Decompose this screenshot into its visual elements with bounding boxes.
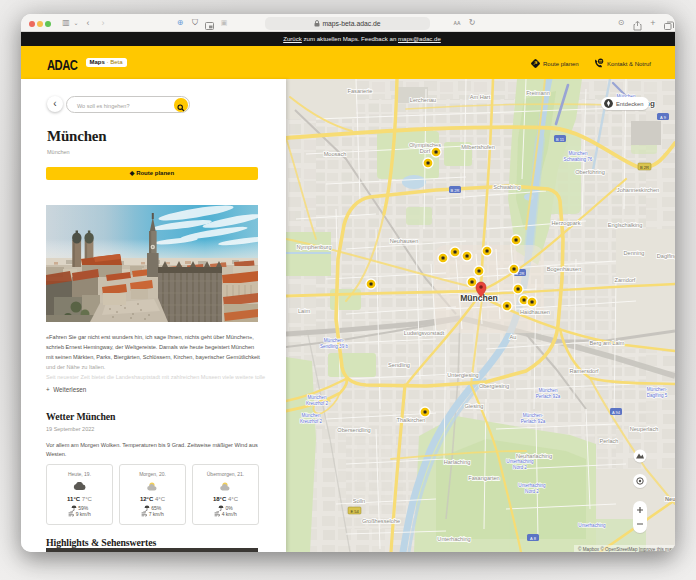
svg-text:Perlach: Perlach [600, 438, 619, 444]
svg-text:Bogenhausen: Bogenhausen [547, 266, 582, 272]
svg-text:Am Hart: Am Hart [470, 94, 491, 100]
svg-text:Fasangarten: Fasangarten [468, 475, 499, 481]
svg-text:Sendling 39 b: Sendling 39 b [320, 344, 349, 349]
svg-text:Lerchenau: Lerchenau [410, 97, 436, 103]
svg-text:Daglfing: Daglfing [657, 253, 675, 259]
svg-text:Englschalking: Englschalking [608, 222, 643, 228]
svg-text:A 8: A 8 [530, 536, 537, 541]
svg-text:Perlach 92a: Perlach 92a [536, 394, 561, 399]
svg-text:B 2R: B 2R [640, 165, 649, 170]
svg-text:Schwabing: Schwabing [493, 184, 520, 190]
svg-text:Ramersdorf: Ramersdorf [569, 368, 599, 374]
svg-text:Au: Au [510, 334, 517, 340]
svg-text:Unterhaching: Unterhaching [506, 459, 534, 464]
svg-text:München-: München- [647, 387, 668, 392]
svg-text:Unterhaching: Unterhaching [437, 536, 470, 542]
svg-text:Kreuzhof 2: Kreuzhof 2 [300, 419, 323, 424]
svg-text:Perlach 92a: Perlach 92a [521, 419, 546, 424]
svg-text:Thalkirchen: Thalkirchen [397, 417, 426, 423]
svg-text:München: München [539, 388, 558, 393]
svg-text:Laim: Laim [298, 308, 310, 314]
svg-text:Obersendling: Obersendling [337, 427, 370, 433]
svg-text:Giesing: Giesing [465, 403, 484, 409]
svg-text:Zamdorf: Zamdorf [615, 277, 636, 283]
svg-text:Denning: Denning [624, 250, 645, 256]
svg-text:Nord 2: Nord 2 [513, 465, 527, 470]
svg-text:A 9: A 9 [660, 115, 667, 120]
svg-text:Solln: Solln [353, 498, 365, 504]
svg-text:Ludwigsvorstadt: Ludwigsvorstadt [404, 330, 445, 336]
svg-text:Obergiesing: Obergiesing [479, 383, 509, 389]
svg-text:Moosach: Moosach [324, 151, 347, 157]
svg-text:Nord 2: Nord 2 [525, 489, 539, 494]
svg-text:Untergiesing: Untergiesing [447, 372, 478, 378]
svg-text:Berg am Laim: Berg am Laim [590, 340, 625, 346]
svg-text:Milbertshofen: Milbertshofen [461, 144, 495, 150]
svg-text:Nymphenburg: Nymphenburg [296, 244, 331, 250]
svg-text:Herzogpark: Herzogpark [552, 220, 581, 226]
svg-text:München: München [302, 413, 321, 418]
svg-text:Neuperlach: Neuperlach [630, 426, 659, 432]
svg-text:Freimann: Freimann [526, 90, 550, 96]
svg-text:B 11: B 11 [556, 137, 565, 142]
svg-text:A 94: A 94 [612, 410, 621, 415]
svg-text:Unterhaching: Unterhaching [518, 483, 546, 488]
svg-text:München-: München- [324, 338, 345, 343]
svg-text:Sendling: Sendling [388, 362, 410, 368]
svg-text:Johanneskirchen: Johanneskirchen [617, 187, 659, 193]
svg-text:Oberföhring: Oberföhring [575, 169, 605, 175]
svg-text:Daglfing 5: Daglfing 5 [647, 393, 668, 398]
svg-text:Neub: Neub [665, 496, 675, 502]
svg-text:E 54: E 54 [350, 509, 359, 514]
svg-text:Haidhausen: Haidhausen [520, 309, 550, 315]
svg-text:© Mapbox © OpenStreetMap Impro: © Mapbox © OpenStreetMap Improve this ma… [578, 546, 674, 552]
svg-text:München: München [569, 151, 588, 156]
svg-text:Schwabing 76: Schwabing 76 [564, 157, 593, 162]
svg-text:Entdecken: Entdecken [616, 101, 643, 107]
svg-text:München-: München- [523, 413, 544, 418]
svg-text:Kreuzhof 2: Kreuzhof 2 [306, 401, 329, 406]
svg-text:Neuhausen: Neuhausen [390, 238, 419, 244]
svg-text:Harlaching: Harlaching [444, 459, 471, 465]
svg-text:Fasanerie: Fasanerie [348, 88, 373, 94]
svg-text:Unterhaching: Unterhaching [578, 523, 606, 528]
svg-text:B 2R: B 2R [451, 188, 460, 193]
svg-text:München: München [308, 395, 327, 400]
svg-text:Großhesselohe: Großhesselohe [362, 518, 400, 524]
